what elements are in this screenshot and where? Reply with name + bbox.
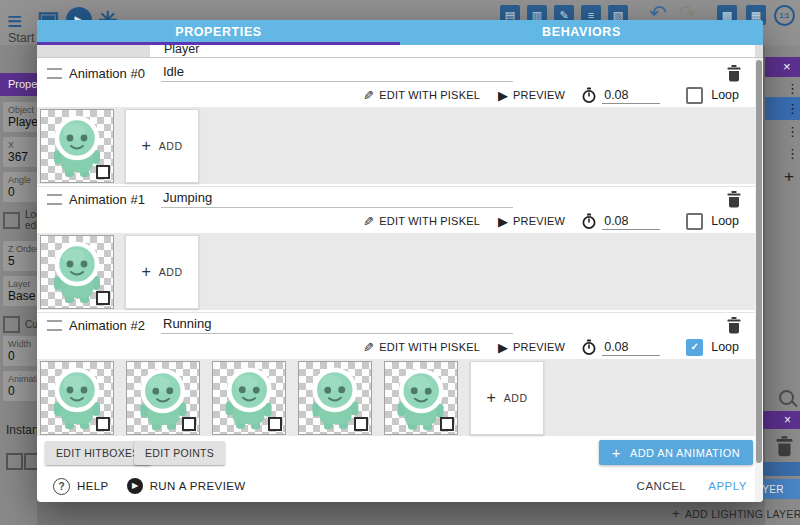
- z-order-field[interactable]: Z Order 5: [3, 241, 37, 271]
- animation-0-controls: ✎ EDIT WITH PISKEL ▶ PREVIEW 0.08 ✓ Loop: [37, 85, 763, 105]
- field-label: Width: [8, 339, 37, 349]
- time-between-frames-input[interactable]: 0.08: [602, 214, 660, 230]
- layer-menu-icon[interactable]: ⋮: [786, 82, 799, 95]
- search-icon[interactable]: [779, 390, 794, 405]
- drag-handle-icon[interactable]: [47, 68, 62, 79]
- loop-checkbox[interactable]: ✓: [686, 339, 703, 356]
- trash-icon: [727, 317, 741, 334]
- lock-checkbox-row[interactable]: Lock editor: [3, 207, 37, 233]
- loop-checkbox[interactable]: ✓: [686, 213, 703, 230]
- loop-checkbox[interactable]: ✓: [686, 87, 703, 104]
- sprite-frame[interactable]: [384, 361, 458, 435]
- drag-handle-icon[interactable]: [47, 194, 62, 205]
- preview-button[interactable]: PREVIEW: [513, 89, 565, 101]
- delete-layer-icon[interactable]: [776, 436, 793, 457]
- layer-menu-icon[interactable]: ⋮: [786, 102, 799, 115]
- lock-label: Lock editor: [25, 209, 37, 231]
- sprite-frame[interactable]: [40, 361, 114, 435]
- trash-icon: [727, 191, 741, 208]
- scrollbar-thumb[interactable]: [756, 60, 762, 463]
- add-frame-button[interactable]: + ADD: [470, 361, 544, 435]
- time-between-frames-input[interactable]: 0.08: [602, 340, 660, 356]
- field-value: 367: [8, 150, 37, 164]
- play-icon: ▶: [498, 341, 508, 354]
- custom-size-checkbox-row[interactable]: Custom size: [3, 311, 37, 337]
- delete-animation-button[interactable]: [727, 191, 741, 208]
- sprite-frame[interactable]: [126, 361, 200, 435]
- frame-checkbox[interactable]: [96, 417, 110, 431]
- layer-field[interactable]: Layer Base layer: [3, 276, 37, 306]
- animation-name-input[interactable]: Jumping: [161, 190, 513, 208]
- add-frame-button[interactable]: + ADD: [125, 109, 199, 183]
- close-icon[interactable]: ×: [784, 413, 791, 427]
- stopwatch-icon: [581, 87, 597, 104]
- delete-animation-button[interactable]: [727, 65, 741, 82]
- run-preview-button[interactable]: RUN A PREVIEW: [150, 480, 246, 492]
- object-name-field[interactable]: Object Player: [3, 102, 37, 132]
- custom-size-checkbox[interactable]: [3, 316, 20, 333]
- edit-points-button[interactable]: EDIT POINTS: [134, 441, 225, 465]
- apply-button[interactable]: APPLY: [708, 480, 747, 492]
- field-label: Z Order: [8, 244, 37, 254]
- frame-checkbox[interactable]: [354, 417, 368, 431]
- drag-handle-icon[interactable]: [47, 320, 62, 331]
- object-editor-dialog: PROPERTIES BEHAVIORS Player Animation #0…: [37, 20, 763, 502]
- add-frame-button[interactable]: + ADD: [125, 235, 199, 309]
- frame-checkbox[interactable]: [268, 417, 282, 431]
- frame-checkbox[interactable]: [96, 165, 110, 179]
- dialog-footer: ? HELP ▶ RUN A PREVIEW CANCEL APPLY: [37, 470, 763, 502]
- animation-0-frames: + ADD: [37, 107, 755, 184]
- layers-panel-header: ×: [765, 57, 800, 77]
- cancel-button[interactable]: CANCEL: [637, 480, 687, 492]
- instances-header: Instances: [6, 423, 37, 437]
- plus-icon: +: [141, 137, 150, 155]
- animation-number-field[interactable]: Animation 0: [3, 371, 37, 401]
- sprite-frame[interactable]: [212, 361, 286, 435]
- edit-with-piskel-button[interactable]: EDIT WITH PISKEL: [379, 89, 480, 101]
- plus-icon: +: [672, 506, 680, 521]
- section-divider: [37, 312, 763, 313]
- time-between-frames-input[interactable]: 0.08: [602, 88, 660, 104]
- frame-checkbox[interactable]: [440, 417, 454, 431]
- preview-button[interactable]: PREVIEW: [513, 341, 565, 353]
- zoom-1-1-icon[interactable]: 1:1: [774, 5, 795, 26]
- stopwatch-icon: [581, 339, 597, 356]
- section-divider: [37, 186, 763, 187]
- add-lighting-layer-button[interactable]: + ADD LIGHTING LAYER: [672, 506, 800, 521]
- preview-button[interactable]: PREVIEW: [513, 215, 565, 227]
- help-button[interactable]: HELP: [77, 480, 109, 492]
- delete-animation-button[interactable]: [727, 317, 741, 334]
- layer-menu-icon[interactable]: ⋮: [786, 125, 799, 138]
- instance-properties-panel: Properties Object Player X 367 Angle 0 L…: [0, 45, 37, 525]
- angle-field[interactable]: Angle 0: [3, 172, 37, 202]
- run-preview-icon[interactable]: ▶: [127, 478, 143, 494]
- animation-name-input[interactable]: Running: [161, 316, 513, 334]
- add-animation-label: ADD AN ANIMATION: [630, 447, 740, 459]
- add-layer-plus-icon[interactable]: +: [784, 167, 794, 187]
- dialog-scrollbar[interactable]: [755, 58, 763, 502]
- sprite-frame[interactable]: [298, 361, 372, 435]
- pencil-icon: ✎: [363, 341, 374, 354]
- frame-checkbox[interactable]: [96, 291, 110, 305]
- pencil-icon: ✎: [363, 215, 374, 228]
- animation-name-input[interactable]: Idle: [161, 64, 513, 82]
- tab-behaviors[interactable]: BEHAVIORS: [400, 20, 763, 45]
- x-field[interactable]: X 367: [3, 137, 37, 167]
- lock-checkbox[interactable]: [3, 212, 20, 229]
- close-icon[interactable]: ×: [783, 59, 791, 74]
- object-name-input[interactable]: Player: [150, 45, 755, 57]
- plus-icon: +: [612, 444, 621, 461]
- help-icon[interactable]: ?: [53, 478, 70, 495]
- sprite-frame[interactable]: [40, 235, 114, 309]
- animation-label: Animation #2: [69, 318, 161, 333]
- layer-menu-icon[interactable]: ⋮: [786, 147, 799, 160]
- add-animation-button[interactable]: + ADD AN ANIMATION: [599, 440, 753, 465]
- sprite-frame[interactable]: [40, 109, 114, 183]
- copy-icon[interactable]: [24, 453, 37, 470]
- copy-icon[interactable]: [6, 453, 23, 470]
- frame-checkbox[interactable]: [182, 417, 196, 431]
- animation-1-controls: ✎ EDIT WITH PISKEL ▶ PREVIEW 0.08 ✓ Loop: [37, 211, 763, 231]
- width-field[interactable]: Width 0: [3, 336, 37, 366]
- edit-with-piskel-button[interactable]: EDIT WITH PISKEL: [379, 215, 480, 227]
- edit-with-piskel-button[interactable]: EDIT WITH PISKEL: [379, 341, 480, 353]
